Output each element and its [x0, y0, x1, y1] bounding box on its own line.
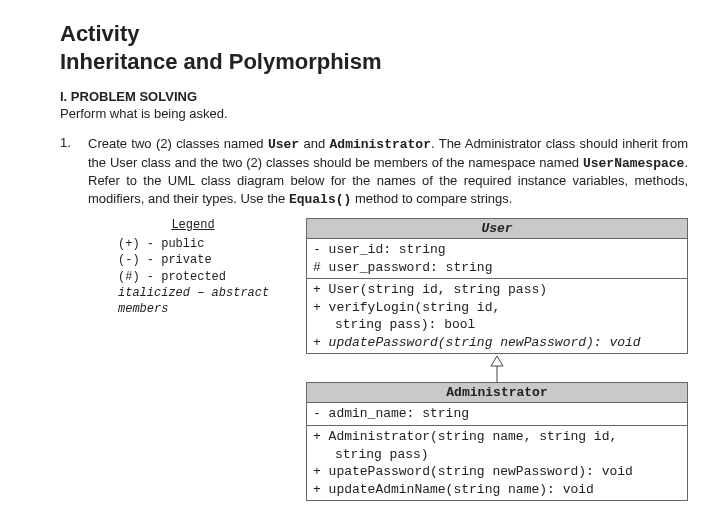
text: and	[299, 136, 329, 151]
uml-op-cont: string pass)	[313, 446, 681, 464]
text: method to compare strings.	[351, 191, 512, 206]
legend-title: Legend	[88, 218, 298, 232]
uml-op: + Administrator(string name, string id,	[313, 428, 681, 446]
uml-attributes: - user_id: string # user_password: strin…	[307, 239, 687, 278]
uml-op: + User(string id, string pass)	[313, 281, 681, 299]
legend-line: italicized – abstract members	[118, 285, 298, 317]
uml-class-header: User	[307, 219, 687, 239]
uml-operations: + User(string id, string pass) + verifyL…	[307, 278, 687, 353]
uml-operations: + Administrator(string name, string id, …	[307, 425, 687, 500]
uml-column: User - user_id: string # user_password: …	[306, 218, 688, 501]
page-title-line2: Inheritance and Polymorphism	[60, 48, 688, 76]
uml-op: + updateAdminName(string name): void	[313, 481, 681, 499]
uml-attr: - user_id: string	[313, 241, 681, 259]
uml-attr: - admin_name: string	[313, 405, 681, 423]
uml-class-administrator: Administrator - admin_name: string + Adm…	[306, 382, 688, 501]
uml-op-cont: string pass): bool	[313, 316, 681, 334]
uml-op-abstract: + updatePassword(string newPassword): vo…	[313, 334, 681, 352]
legend-line: (-) - private	[118, 252, 298, 268]
inheritance-arrow	[306, 354, 688, 382]
keyword-administrator: Administrator	[330, 137, 431, 152]
legend: Legend (+) - public (-) - private (#) - …	[88, 218, 298, 501]
keyword-namespace: UserNamespace	[583, 156, 684, 171]
uml-class-user: User - user_id: string # user_password: …	[306, 218, 688, 354]
text: Create two (2) classes named	[88, 136, 268, 151]
keyword-user: User	[268, 137, 299, 152]
uml-attr: # user_password: string	[313, 259, 681, 277]
problem-text: Create two (2) classes named User and Ad…	[88, 135, 688, 208]
keyword-equals: Equals()	[289, 192, 351, 207]
legend-line: (+) - public	[118, 236, 298, 252]
uml-class-header: Administrator	[307, 383, 687, 403]
section-heading: I. PROBLEM SOLVING	[60, 89, 688, 104]
uml-attributes: - admin_name: string	[307, 403, 687, 425]
uml-op: + upatePassword(string newPassword): voi…	[313, 463, 681, 481]
problem-number: 1.	[60, 135, 78, 208]
problem-item: 1. Create two (2) classes named User and…	[60, 135, 688, 208]
arrow-icon	[487, 354, 507, 382]
uml-op: + verifyLogin(string id,	[313, 299, 681, 317]
legend-line: (#) - protected	[118, 269, 298, 285]
page-title-line1: Activity	[60, 20, 688, 48]
uml-diagram-area: Legend (+) - public (-) - private (#) - …	[88, 218, 688, 501]
svg-marker-0	[491, 356, 503, 366]
section-subheading: Perform what is being asked.	[60, 106, 688, 121]
